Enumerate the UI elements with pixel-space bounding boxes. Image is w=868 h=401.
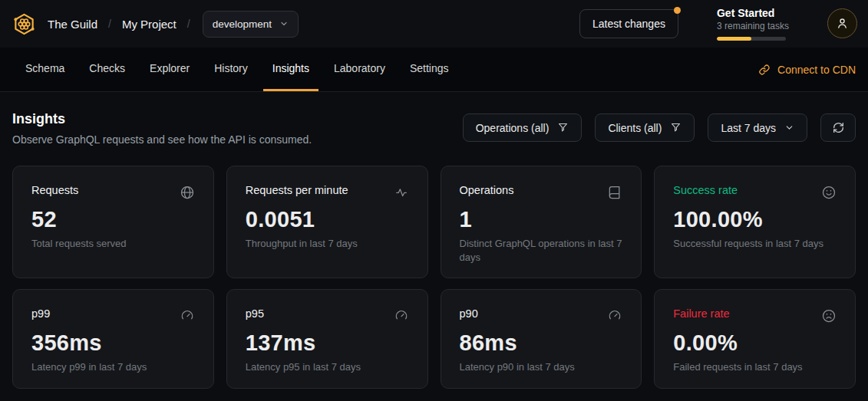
connect-to-cdn-link[interactable]: Connect to CDN — [758, 48, 856, 91]
globe-icon — [180, 185, 195, 200]
card-description: Total requests served — [31, 237, 195, 251]
breadcrumb: The Guild / My Project / development — [48, 11, 299, 38]
top-bar: The Guild / My Project / development Lat… — [0, 0, 868, 48]
gauge-icon — [394, 308, 409, 324]
tab-laboratory[interactable]: Laboratory — [325, 48, 394, 91]
link-icon — [758, 64, 771, 76]
card-description: Distinct GraphQL operations in last 7 da… — [460, 237, 623, 264]
card-value: 52 — [31, 207, 195, 232]
filter-funnel-icon — [557, 122, 569, 133]
stats-grid: Requests 52 Total requests served Reques… — [12, 166, 856, 389]
user-icon — [835, 16, 850, 31]
operations-filter-button[interactable]: Operations (all) — [463, 113, 583, 142]
get-started-widget[interactable]: Get Started 3 remaining tasks — [717, 7, 789, 41]
card-value: 86ms — [460, 330, 623, 356]
period-filter-label: Last 7 days — [721, 122, 776, 134]
card-title: Success rate — [673, 184, 738, 196]
latest-changes-button[interactable]: Latest changes — [579, 9, 678, 38]
tab-checks[interactable]: Checks — [80, 48, 134, 91]
clients-filter-button[interactable]: Clients (all) — [595, 113, 695, 142]
card-value: 0.00% — [673, 330, 837, 356]
card-description: Failed requests in last 7 days — [673, 360, 837, 374]
filter-funnel-icon — [670, 122, 682, 133]
stat-card-p90: p90 86ms Latency p90 in last 7 days — [441, 289, 642, 389]
card-title: p99 — [31, 307, 50, 320]
card-title: Requests per minute — [246, 184, 348, 196]
target-selector[interactable]: development — [203, 11, 299, 38]
gauge-icon — [607, 308, 622, 324]
get-started-progress — [717, 37, 786, 41]
gauge-icon — [180, 308, 195, 324]
chevron-down-icon — [279, 19, 289, 28]
stat-card-p99: p99 356ms Latency p99 in last 7 days — [12, 289, 214, 389]
card-value: 137ms — [246, 330, 409, 356]
card-title: Requests — [31, 184, 78, 196]
page-subtitle: Observe GraphQL requests and see how the… — [12, 133, 312, 146]
chevron-down-icon — [784, 123, 794, 133]
card-description: Successful requests in last 7 days — [673, 237, 837, 251]
get-started-title[interactable]: Get Started — [717, 7, 789, 19]
avatar[interactable] — [827, 8, 857, 38]
period-filter-button[interactable]: Last 7 days — [708, 113, 807, 142]
refresh-icon — [832, 121, 845, 134]
refresh-button[interactable] — [820, 113, 856, 142]
get-started-remaining: 3 remaining tasks — [717, 21, 789, 32]
tab-bar: Schema Checks Explorer History Insights … — [0, 48, 868, 92]
card-description: Throughput in last 7 days — [246, 237, 409, 251]
card-title: p90 — [460, 307, 478, 320]
card-description: Latency p95 in last 7 days — [246, 360, 409, 374]
tab-insights[interactable]: Insights — [263, 48, 318, 91]
card-value: 356ms — [31, 330, 195, 356]
tab-schema[interactable]: Schema — [16, 48, 74, 91]
page-title: Insights — [12, 111, 312, 127]
card-value: 0.0051 — [246, 207, 409, 232]
operations-filter-label: Operations (all) — [476, 122, 550, 134]
card-description: Latency p90 in last 7 days — [460, 360, 623, 374]
card-title: p95 — [246, 307, 264, 320]
notification-dot — [674, 7, 681, 14]
breadcrumb-separator: / — [187, 18, 190, 30]
book-icon — [607, 185, 622, 200]
activity-icon — [394, 185, 409, 200]
connect-to-cdn-label: Connect to CDN — [777, 64, 856, 76]
breadcrumb-org[interactable]: The Guild — [48, 18, 97, 31]
breadcrumb-project[interactable]: My Project — [122, 18, 177, 31]
filters-toolbar: Operations (all) Clients (all) Last 7 da… — [463, 113, 856, 142]
tab-explorer[interactable]: Explorer — [140, 48, 199, 91]
target-selector-value: development — [213, 18, 272, 30]
smile-icon — [821, 185, 837, 200]
hive-logo-icon[interactable] — [12, 12, 36, 36]
stat-card-failure-rate: Failure rate 0.00% Failed requests in la… — [654, 289, 856, 389]
breadcrumb-separator: / — [108, 18, 111, 30]
stat-card-requests: Requests 52 Total requests served — [12, 166, 214, 278]
insights-page: Insights Observe GraphQL requests and se… — [0, 92, 868, 389]
card-value: 100.00% — [673, 207, 837, 232]
clients-filter-label: Clients (all) — [608, 122, 662, 134]
card-value: 1 — [460, 207, 623, 232]
stat-card-rpm: Requests per minute 0.0051 Throughput in… — [226, 166, 428, 278]
card-title: Failure rate — [673, 307, 729, 320]
frown-icon — [821, 308, 837, 324]
stat-card-p95: p95 137ms Latency p95 in last 7 days — [226, 289, 428, 389]
stat-card-success-rate: Success rate 100.00% Successful requests… — [654, 166, 856, 278]
tab-history[interactable]: History — [205, 48, 257, 91]
tab-settings[interactable]: Settings — [401, 48, 458, 91]
card-title: Operations — [460, 184, 514, 196]
latest-changes-label: Latest changes — [592, 18, 665, 30]
progress-fill — [717, 37, 751, 41]
card-description: Latency p99 in last 7 days — [31, 360, 195, 374]
stat-card-operations: Operations 1 Distinct GraphQL operations… — [441, 166, 642, 278]
